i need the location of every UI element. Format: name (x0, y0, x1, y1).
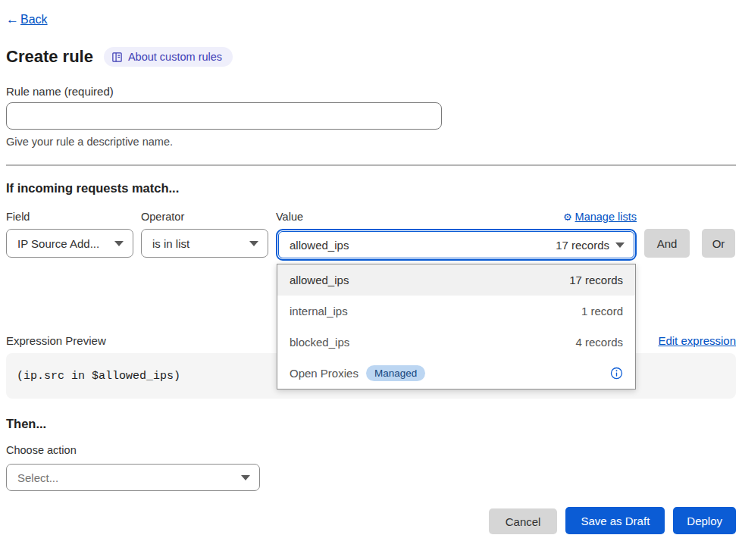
list-item[interactable]: blocked_ips 4 records (277, 327, 635, 358)
list-item[interactable]: Open Proxies Managed (277, 358, 635, 389)
about-custom-rules-badge[interactable]: About custom rules (104, 47, 233, 67)
rule-name-helper: Give your rule a descriptive name. (6, 136, 736, 148)
book-icon (111, 52, 123, 63)
operator-label: Operator (141, 211, 268, 223)
about-badge-label: About custom rules (128, 51, 222, 63)
expression-code: (ip.src in $allowed_ips) (17, 370, 180, 383)
value-select-value: allowed_ips (290, 239, 349, 252)
field-select-value: IP Source Add... (17, 237, 99, 250)
rule-name-label: Rule name (required) (6, 85, 736, 98)
and-button[interactable]: And (644, 229, 690, 258)
list-item-name: blocked_ips (290, 336, 349, 349)
match-section-heading: If incoming requests match... (6, 181, 736, 196)
chevron-down-icon (615, 242, 625, 248)
rule-name-input[interactable] (6, 102, 442, 130)
value-select-focused: allowed_ips 17 records allowed_ips 17 re… (276, 229, 637, 261)
manage-lists-label[interactable]: Manage lists (575, 211, 637, 223)
manage-lists-link[interactable]: ⚙ Manage lists (563, 211, 637, 223)
value-select-count: 17 records (556, 239, 609, 252)
list-item-name: Open Proxies (290, 367, 358, 380)
edit-expression-link[interactable]: Edit expression (658, 334, 736, 347)
action-select[interactable]: Select... (6, 464, 260, 491)
field-label: Field (6, 211, 133, 223)
chevron-down-icon (241, 475, 250, 480)
list-item-count: 17 records (569, 274, 623, 286)
back-link[interactable]: ←Back (6, 12, 736, 27)
expression-preview-label: Expression Preview (6, 334, 106, 347)
or-button[interactable]: Or (702, 229, 735, 258)
then-heading: Then... (6, 417, 736, 431)
list-item[interactable]: internal_ips 1 record (277, 296, 635, 327)
value-label: Value (276, 211, 303, 223)
value-select[interactable]: allowed_ips 17 records (278, 231, 634, 258)
cancel-button[interactable]: Cancel (489, 508, 558, 534)
info-icon[interactable] (610, 367, 623, 380)
list-item-name: allowed_ips (290, 274, 349, 286)
action-select-placeholder: Select... (17, 471, 58, 484)
list-dropdown: allowed_ips 17 records internal_ips 1 re… (277, 264, 636, 389)
list-item[interactable]: allowed_ips 17 records (277, 264, 635, 296)
save-as-draft-button[interactable]: Save as Draft (565, 507, 665, 534)
gear-icon: ⚙ (563, 211, 572, 223)
back-arrow-icon: ← (6, 12, 19, 27)
back-link-label[interactable]: Back (20, 13, 48, 27)
operator-select[interactable]: is in list (141, 229, 268, 258)
managed-badge: Managed (366, 365, 425, 381)
field-select[interactable]: IP Source Add... (6, 229, 133, 258)
page-title: Create rule (6, 47, 93, 67)
deploy-button[interactable]: Deploy (673, 507, 736, 534)
chevron-down-icon (249, 241, 258, 246)
choose-action-label: Choose action (6, 444, 736, 456)
operator-select-value: is in list (152, 237, 189, 250)
chevron-down-icon (114, 241, 124, 246)
list-item-name: internal_ips (290, 305, 348, 318)
section-divider (6, 164, 736, 166)
list-item-count: 4 records (575, 336, 623, 349)
list-item-count: 1 record (581, 305, 623, 318)
